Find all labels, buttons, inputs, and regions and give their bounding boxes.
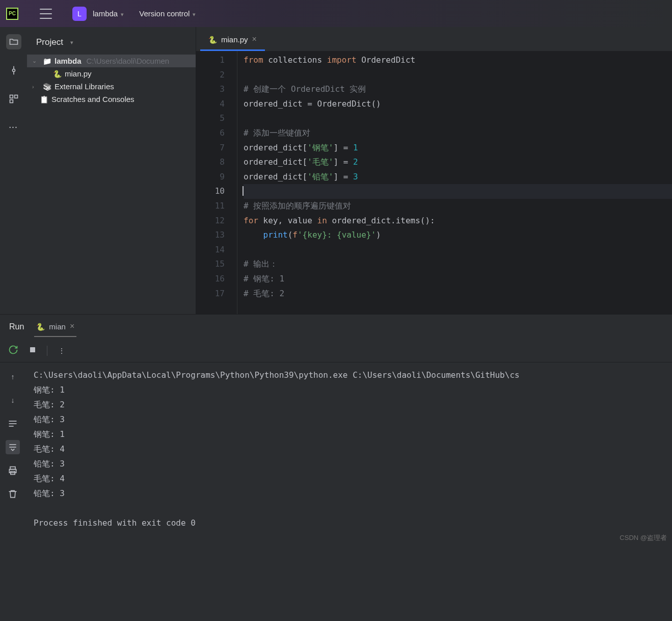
editor-tabs: mian.py × (196, 27, 672, 51)
python-file-icon (208, 35, 217, 44)
project-panel-header[interactable]: Project ▾ (27, 33, 196, 51)
watermark: CSDN @盗理者 (620, 533, 667, 542)
run-panel: Run mian × ⋮ ↑ ↓ (0, 314, 672, 621)
run-tab-header[interactable]: Run (9, 322, 24, 331)
commit-tool-button[interactable] (6, 63, 21, 78)
stop-button[interactable] (28, 345, 38, 356)
left-tool-rail: ··· (0, 27, 27, 314)
separator (47, 346, 47, 356)
svg-rect-4 (14, 95, 17, 98)
console-rail: ↑ ↓ (0, 363, 25, 621)
code-line[interactable]: print(f'{key}: {value}') (244, 228, 672, 243)
up-stack-button[interactable]: ↑ (6, 370, 20, 384)
svg-rect-5 (10, 100, 13, 103)
code-editor[interactable]: 1234567891011121314151617 from collectio… (196, 51, 672, 314)
code-line[interactable]: from collections import OrderedDict (244, 53, 672, 68)
project-root-row[interactable]: ⌄ lambda C:\Users\daoli\Documen (27, 55, 196, 67)
scratches-row[interactable]: Scratches and Consoles (27, 93, 196, 106)
delete-button[interactable] (6, 487, 20, 501)
console-output[interactable]: C:\Users\daoli\AppData\Local\Programs\Py… (25, 363, 672, 621)
code-line[interactable]: ordered_dict['毛笔'] = 2 (244, 155, 672, 170)
code-line[interactable]: ordered_dict['钢笔'] = 1 (244, 141, 672, 156)
code-line[interactable] (244, 111, 672, 126)
rerun-button[interactable] (8, 345, 18, 356)
svg-rect-6 (30, 347, 35, 352)
editor-area: mian.py × 1234567891011121314151617 from… (196, 27, 672, 314)
project-panel: Project ▾ ⌄ lambda C:\Users\daoli\Docume… (27, 27, 196, 314)
code-line[interactable]: # 钢笔: 1 (244, 272, 672, 287)
external-libraries-row[interactable]: › External Libraries (27, 80, 196, 93)
code-line[interactable] (244, 243, 672, 257)
code-line[interactable]: # 创建一个 OrderedDict 实例 (244, 82, 672, 97)
file-label: mian.py (65, 69, 92, 78)
print-button[interactable] (6, 463, 20, 478)
file-row[interactable]: mian.py (27, 67, 196, 80)
titlebar: PC L lambda▾ Version control▾ (0, 0, 672, 27)
code-line[interactable]: # 添加一些键值对 (244, 126, 672, 141)
chevron-down-icon: ▾ (193, 11, 196, 17)
project-tool-button[interactable] (6, 34, 21, 49)
code-line[interactable]: for key, value in ordered_dict.items(): (244, 214, 672, 228)
expand-arrow-icon[interactable]: › (32, 84, 39, 90)
code-line[interactable]: ordered_dict['铅笔'] = 3 (244, 170, 672, 185)
code-line[interactable]: # 毛笔: 2 (244, 287, 672, 301)
line-gutter: 1234567891011121314151617 (196, 51, 237, 314)
code-line[interactable] (244, 68, 672, 83)
code-line[interactable]: ordered_dict = OrderedDict() (244, 97, 672, 112)
run-toolbar: ⋮ (0, 339, 672, 363)
structure-tool-button[interactable] (6, 91, 21, 107)
run-file-tab[interactable]: mian × (34, 317, 76, 337)
chevron-down-icon: ▾ (121, 11, 124, 17)
expand-arrow-icon[interactable]: ⌄ (32, 58, 39, 64)
svg-point-0 (12, 69, 15, 72)
code-line[interactable]: # 输出： (244, 257, 672, 272)
tab-label: mian.py (221, 35, 248, 44)
main-menu-button[interactable] (40, 9, 52, 19)
code-line[interactable] (244, 184, 672, 199)
project-badge[interactable]: L (72, 7, 87, 21)
library-icon (42, 83, 51, 91)
folder-icon (42, 57, 51, 65)
more-tools-button[interactable]: ··· (6, 120, 21, 135)
close-tab-button[interactable]: × (252, 35, 257, 44)
editor-tab[interactable]: mian.py × (200, 29, 265, 51)
scroll-to-end-button[interactable] (6, 440, 20, 454)
code-line[interactable]: # 按照添加的顺序遍历键值对 (244, 199, 672, 214)
python-file-icon (36, 322, 45, 331)
chevron-down-icon: ▾ (70, 39, 73, 46)
project-name-dropdown[interactable]: lambda▾ (93, 9, 124, 18)
python-file-icon (52, 70, 62, 78)
vcs-dropdown[interactable]: Version control▾ (139, 9, 196, 18)
soft-wrap-button[interactable] (6, 417, 20, 431)
close-run-tab-button[interactable]: × (70, 322, 74, 331)
scratch-icon (39, 95, 48, 104)
svg-rect-3 (10, 95, 13, 98)
down-stack-button[interactable]: ↓ (6, 393, 20, 407)
more-options-button[interactable]: ⋮ (57, 347, 67, 355)
app-icon: PC (6, 8, 18, 20)
